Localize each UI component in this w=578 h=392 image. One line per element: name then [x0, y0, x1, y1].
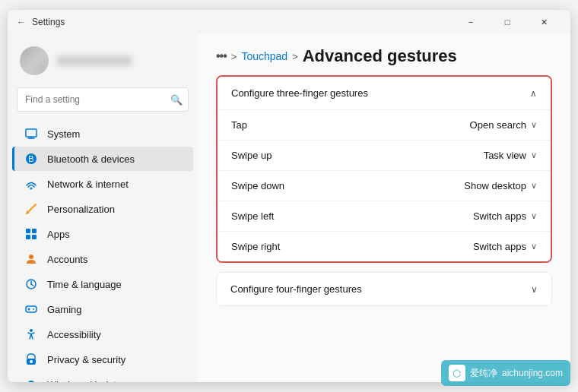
sidebar-label-time: Time & language [47, 279, 122, 290]
sidebar-item-system[interactable]: System [12, 122, 193, 146]
sidebar-label-accessibility: Accessibility [47, 329, 101, 340]
gesture-value-0[interactable]: Open search ∨ [470, 119, 537, 131]
gesture-value-text-3: Switch apps [473, 210, 526, 222]
sidebar-label-accounts: Accounts [47, 254, 87, 265]
sidebar-label-apps: Apps [47, 229, 70, 240]
back-button[interactable]: ← [17, 17, 26, 27]
sidebar-item-gaming[interactable]: Gaming [12, 297, 193, 321]
apps-icon [24, 227, 38, 241]
section-four-finger: Configure four-finger gestures ∨ [216, 272, 552, 306]
dropdown-chevron-0: ∨ [531, 120, 537, 130]
svg-rect-8 [32, 229, 37, 233]
dropdown-chevron-2: ∨ [531, 181, 537, 191]
svg-rect-7 [26, 229, 30, 233]
gesture-row-4: Swipe right Switch apps ∨ [218, 232, 551, 261]
watermark-text: 爱纯净 [470, 367, 497, 380]
gesture-value-text-2: Show desktop [464, 180, 526, 191]
gesture-value-2[interactable]: Show desktop ∨ [464, 180, 537, 191]
personalization-icon [24, 202, 38, 216]
gesture-row-1: Swipe up Task view ∨ [218, 141, 551, 171]
sidebar-label-system: System [47, 128, 80, 140]
svg-point-21 [30, 360, 33, 363]
breadcrumb-sep1: > [231, 51, 237, 62]
sidebar-nav: System B Bluetooth & devices Network & i… [8, 121, 198, 382]
content-body: Configure three-finger gestures ∧ Tap Op… [198, 75, 570, 330]
section-title-three-finger: Configure three-finger gestures [231, 87, 368, 99]
section-three-finger: Configure three-finger gestures ∧ Tap Op… [216, 75, 552, 263]
profile-section [8, 40, 198, 84]
gesture-row-0: Tap Open search ∨ [218, 110, 551, 141]
svg-rect-15 [26, 306, 37, 312]
sections-container: Configure three-finger gestures ∧ Tap Op… [216, 75, 552, 306]
svg-line-14 [31, 284, 33, 286]
bluetooth-icon: B [24, 152, 38, 166]
sidebar-label-personalization: Personalization [47, 204, 115, 215]
gesture-value-text-1: Task view [484, 150, 526, 161]
search-icon: 🔍 [170, 94, 183, 106]
watermark: ⬡ 爱纯净 aichunjing.com [441, 360, 570, 386]
svg-point-5 [30, 188, 33, 190]
sidebar-item-network[interactable]: Network & internet [12, 172, 193, 196]
profile-name [56, 56, 132, 65]
sidebar-label-network: Network & internet [47, 179, 129, 190]
sidebar-item-personalization[interactable]: Personalization [12, 197, 193, 221]
gesture-value-text-0: Open search [470, 119, 526, 131]
sidebar-item-time[interactable]: Time & language [12, 272, 193, 296]
sidebar-label-bluetooth: Bluetooth & devices [47, 153, 135, 165]
dropdown-chevron-3: ∨ [531, 211, 537, 221]
dropdown-chevron-4: ∨ [531, 242, 537, 251]
search-input[interactable] [17, 87, 189, 112]
content-area: ••• > Touchpad > Advanced gestures Confi… [198, 34, 570, 382]
system-icon [24, 127, 38, 141]
svg-rect-10 [32, 235, 37, 239]
sidebar-item-update[interactable]: Windows Update [12, 372, 193, 382]
section-chevron-four-finger: ∨ [531, 284, 538, 295]
titlebar: ← Settings − □ ✕ [8, 10, 570, 34]
breadcrumb-dots: ••• [216, 49, 227, 63]
gesture-value-3[interactable]: Switch apps ∨ [473, 210, 537, 222]
sidebar: 🔍 System B Bluetooth & devices Network &… [8, 34, 198, 382]
settings-window: ← Settings − □ ✕ 🔍 System [8, 10, 570, 382]
svg-point-19 [30, 329, 33, 332]
accounts-icon [24, 252, 38, 266]
sidebar-label-gaming: Gaming [47, 304, 82, 315]
network-icon [24, 177, 38, 191]
gesture-label-0: Tap [231, 119, 247, 131]
avatar [20, 46, 49, 75]
section-header-four-finger[interactable]: Configure four-finger gestures ∨ [217, 273, 551, 305]
sidebar-item-apps[interactable]: Apps [12, 222, 193, 246]
sidebar-label-update: Windows Update [47, 379, 122, 383]
section-header-three-finger[interactable]: Configure three-finger gestures ∧ [218, 77, 551, 109]
sidebar-item-bluetooth[interactable]: B Bluetooth & devices [12, 147, 193, 171]
svg-point-11 [29, 254, 33, 259]
breadcrumb: ••• > Touchpad > Advanced gestures [198, 34, 570, 75]
gesture-label-1: Swipe up [231, 150, 272, 161]
breadcrumb-sep2: > [292, 51, 298, 62]
dropdown-chevron-1: ∨ [531, 150, 537, 160]
maximize-button[interactable]: □ [490, 10, 525, 34]
breadcrumb-link-touchpad[interactable]: Touchpad [241, 50, 287, 62]
gesture-label-4: Swipe right [231, 241, 280, 252]
sidebar-item-privacy[interactable]: Privacy & security [12, 347, 193, 371]
gesture-value-1[interactable]: Task view ∨ [484, 150, 537, 161]
watermark-icon: ⬡ [449, 365, 465, 381]
sidebar-item-accessibility[interactable]: Accessibility [12, 322, 193, 346]
gesture-row-2: Swipe down Show desktop ∨ [218, 171, 551, 201]
close-button[interactable]: ✕ [526, 10, 561, 34]
page-title: Advanced gestures [303, 46, 457, 66]
svg-rect-9 [26, 235, 30, 239]
svg-point-18 [33, 308, 34, 310]
gesture-value-text-4: Switch apps [473, 241, 526, 252]
minimize-button[interactable]: − [453, 10, 488, 34]
sidebar-label-privacy: Privacy & security [47, 354, 125, 365]
time-icon [24, 277, 38, 291]
accessibility-icon [24, 327, 38, 341]
search-box[interactable]: 🔍 [17, 87, 189, 112]
gesture-row-3: Swipe left Switch apps ∨ [218, 201, 551, 232]
gesture-label-3: Swipe left [231, 210, 274, 222]
svg-text:B: B [28, 154, 33, 163]
gesture-value-4[interactable]: Switch apps ∨ [473, 241, 537, 252]
gaming-icon [24, 302, 38, 316]
sidebar-item-accounts[interactable]: Accounts [12, 247, 193, 271]
window-title: Settings [32, 17, 453, 27]
